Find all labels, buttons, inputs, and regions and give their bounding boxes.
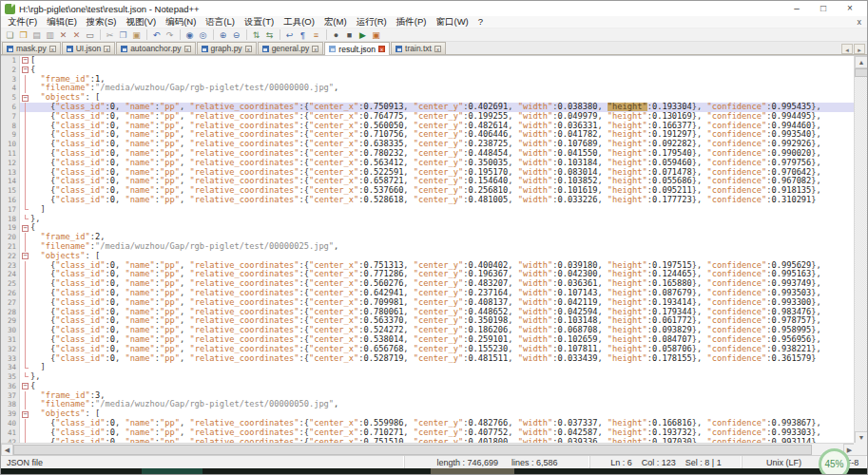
menu-item[interactable]: 文件(F) — [3, 16, 42, 28]
find-icon[interactable]: ◉ — [183, 29, 196, 41]
code-line[interactable]: 31 {"class_id":0, "name":"pp", "relative… — [1, 335, 856, 345]
fold-marker-icon[interactable]: − — [22, 95, 29, 102]
replace-icon[interactable]: ◎ — [197, 29, 209, 41]
menu-item[interactable]: 插件(P) — [392, 16, 432, 28]
word-wrap-icon[interactable]: ↩ — [283, 29, 296, 41]
horizontal-scrollbar[interactable]: ◀ ▶ — [1, 443, 856, 455]
open-folder-icon[interactable]: ❒ — [17, 29, 29, 41]
zoom-in-icon[interactable]: ⊕ — [217, 29, 229, 41]
menu-item[interactable]: 搜索(S) — [82, 16, 122, 28]
code-line[interactable]: 33 {"class_id":0, "name":"pp", "relative… — [1, 354, 856, 364]
macro-record-icon[interactable]: ● — [330, 29, 342, 41]
code-line[interactable]: 41 {"class_id":0, "name":"pp", "relative… — [1, 428, 856, 438]
vertical-scroll-thumb[interactable] — [855, 68, 868, 77]
print-icon[interactable]: ▭ — [84, 29, 96, 41]
fold-marker-icon[interactable]: − — [22, 411, 29, 418]
minimize-button[interactable]: – — [783, 2, 810, 15]
code-line[interactable]: 24 {"class_id":0, "name":"pp", "relative… — [1, 270, 856, 279]
vertical-scrollbar[interactable]: ▲ ▼ — [854, 56, 867, 444]
code-line[interactable]: 14 {"class_id":0, "name":"pp", "relative… — [1, 177, 856, 186]
code-line[interactable]: 17 ] — [1, 205, 856, 215]
code-line[interactable]: 22− "objects": [ — [1, 252, 856, 261]
code-line[interactable]: 40 {"class_id":0, "name":"pp", "relative… — [1, 419, 856, 428]
code-line[interactable]: 38 "filename":"/media/wuzhou/Gap/rgb-pig… — [1, 400, 856, 409]
fold-margin[interactable]: − — [20, 56, 30, 66]
code-line[interactable]: 16 {"class_id":0, "name":"pp", "relative… — [1, 196, 856, 205]
horizontal-scroll-thumb[interactable] — [13, 445, 812, 455]
scroll-left-icon[interactable]: ◀ — [1, 444, 13, 456]
menu-item[interactable]: 语言(L) — [201, 16, 240, 28]
code-line[interactable]: 21 "filename":"/media/wuzhou/Gap/rgb-pig… — [1, 242, 856, 252]
code-line[interactable]: 4 "filename":"/media/wuzhou/Gap/rgb-pigl… — [1, 84, 856, 93]
fold-margin[interactable]: − — [20, 382, 30, 391]
status-eol-format[interactable]: Unix (LF) — [743, 456, 826, 468]
tab-close-icon[interactable]: x — [184, 46, 191, 52]
code-line[interactable]: 36−{ — [1, 382, 856, 391]
macro-stop-icon[interactable]: ■ — [343, 29, 356, 41]
tab-close-icon[interactable]: x — [104, 46, 110, 52]
code-line[interactable]: 30 {"class_id":0, "name":"pp", "relative… — [1, 326, 856, 335]
menu-item[interactable]: 编辑(E) — [42, 16, 82, 28]
code-line[interactable]: 20 "frame_id":2, — [1, 233, 856, 242]
fold-marker-icon[interactable]: − — [22, 383, 29, 390]
code-line[interactable]: 35}, — [1, 372, 856, 382]
tab-close-icon[interactable]: x — [378, 46, 385, 52]
code-line[interactable]: 12 {"class_id":0, "name":"pp", "relative… — [1, 159, 856, 168]
tab-mask.py[interactable]: mask.pyx — [2, 42, 61, 54]
code-line[interactable]: 5− "objects": [ — [1, 93, 856, 103]
fold-margin[interactable]: − — [20, 252, 30, 261]
fold-marker-icon[interactable]: − — [22, 225, 29, 232]
code-line[interactable]: 28 {"class_id":0, "name":"pp", "relative… — [1, 308, 856, 317]
menu-item[interactable]: 宏(M) — [319, 16, 352, 28]
sync-vertical-icon[interactable]: ⇅ — [250, 29, 262, 41]
redo-icon[interactable]: ↷ — [164, 29, 176, 41]
zoom-out-icon[interactable]: ⊖ — [230, 29, 242, 41]
code-line[interactable]: 11 {"class_id":0, "name":"pp", "relative… — [1, 149, 856, 159]
tab-close-icon[interactable]: x — [312, 46, 318, 52]
save-icon[interactable]: ▤ — [30, 29, 43, 41]
doc-monitor-icon[interactable]: ▣ — [370, 29, 382, 41]
tab-close-icon[interactable]: x — [434, 46, 441, 52]
tab-train.txt[interactable]: train.txtx — [391, 42, 446, 54]
code-line[interactable]: 26 {"class_id":0, "name":"pp", "relative… — [1, 289, 856, 298]
menu-item[interactable]: ? — [473, 16, 488, 28]
code-line[interactable]: 13 {"class_id":0, "name":"pp", "relative… — [1, 168, 856, 178]
code-line[interactable]: 39− "objects": [ — [1, 409, 856, 419]
tab-general.py[interactable]: general.pyx — [258, 42, 324, 54]
tab-graph.py[interactable]: graph.pyx — [197, 42, 257, 54]
code-viewport[interactable]: 1−[2−{3 "frame_id":1,4 "filename":"/medi… — [1, 56, 856, 444]
editor-area[interactable]: 1−[2−{3 "frame_id":1,4 "filename":"/medi… — [1, 55, 867, 455]
tab-close-icon[interactable]: x — [245, 46, 252, 52]
code-line[interactable]: 1−[ — [1, 56, 856, 66]
sync-horizontal-icon[interactable]: ⇆ — [263, 29, 276, 41]
code-line[interactable]: 6 {"class_id":0, "name":"pp", "relative_… — [1, 103, 856, 112]
code-line[interactable]: 34 ] — [1, 363, 856, 372]
code-line[interactable]: 7 {"class_id":0, "name":"pp", "relative_… — [1, 112, 856, 122]
code-line[interactable]: 15 {"class_id":0, "name":"pp", "relative… — [1, 186, 856, 196]
code-line[interactable]: 25 {"class_id":0, "name":"pp", "relative… — [1, 279, 856, 289]
copy-icon[interactable]: ❐ — [117, 29, 129, 41]
code-line[interactable]: 23 {"class_id":0, "name":"pp", "relative… — [1, 261, 856, 271]
undo-icon[interactable]: ↶ — [150, 29, 163, 41]
code-line[interactable]: 27 {"class_id":0, "name":"pp", "relative… — [1, 298, 856, 308]
scroll-up-icon[interactable]: ▲ — [855, 56, 868, 68]
code-line[interactable]: 10 {"class_id":0, "name":"pp", "relative… — [1, 140, 856, 149]
fold-marker-icon[interactable]: − — [22, 253, 29, 259]
close-button[interactable]: × — [837, 2, 863, 15]
code-line[interactable]: 19−{ — [1, 223, 856, 233]
code-line[interactable]: 2−{ — [1, 66, 856, 75]
code-line[interactable]: 8 {"class_id":0, "name":"pp", "relative_… — [1, 122, 856, 131]
menu-item[interactable]: 视图(V) — [121, 16, 161, 28]
paste-icon[interactable]: ▣ — [130, 29, 143, 41]
tab-result.json[interactable]: result.jsonx — [324, 42, 390, 55]
tab-autoanchor.py[interactable]: autoanchor.pyx — [116, 42, 195, 54]
fold-margin[interactable]: − — [20, 66, 30, 75]
menu-item[interactable]: 工具(O) — [279, 16, 319, 28]
menu-item[interactable]: 设置(T) — [240, 16, 279, 28]
code-line[interactable]: 29 {"class_id":0, "name":"pp", "relative… — [1, 316, 856, 326]
menu-item[interactable]: 窗口(W) — [431, 16, 473, 28]
new-file-icon[interactable]: ❏ — [4, 29, 16, 41]
fold-margin[interactable]: − — [20, 93, 30, 103]
code-line[interactable]: 32 {"class_id":0, "name":"pp", "relative… — [1, 345, 856, 354]
indent-guide-icon[interactable]: ≡ — [310, 29, 322, 41]
